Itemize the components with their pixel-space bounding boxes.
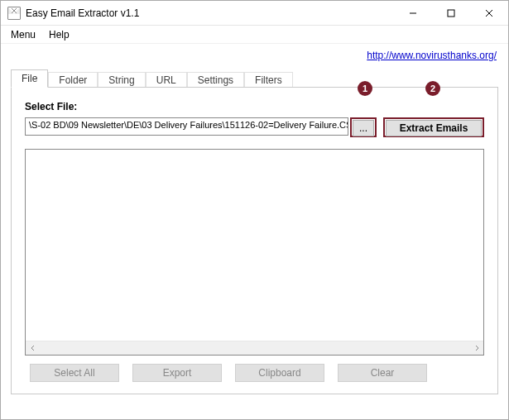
minimize-button[interactable] <box>394 1 432 25</box>
tab-folder[interactable]: Folder <box>48 72 98 88</box>
annotation-highlight-2: Extract Emails <box>383 117 484 137</box>
title-bar: Easy Email Extractor v1.1 <box>1 1 508 26</box>
select-all-button[interactable]: Select All <box>30 364 119 382</box>
clear-button[interactable]: Clear <box>338 364 427 382</box>
tab-control: File Folder String URL Settings Filters … <box>11 67 498 394</box>
extract-emails-button[interactable]: Extract Emails <box>386 120 482 136</box>
tab-url[interactable]: URL <box>146 72 187 88</box>
tab-settings[interactable]: Settings <box>187 72 244 88</box>
annotation-badge-1: 1 <box>358 81 372 96</box>
window-buttons <box>394 1 508 25</box>
menu-item-help[interactable]: Help <box>44 27 74 42</box>
menu-item-menu[interactable]: Menu <box>6 27 41 42</box>
tab-string[interactable]: String <box>98 72 145 88</box>
envelope-icon <box>7 7 21 20</box>
maximize-button[interactable] <box>432 1 470 25</box>
browse-button[interactable]: ... <box>353 120 374 136</box>
horizontal-scrollbar[interactable] <box>26 341 483 355</box>
svg-rect-1 <box>448 10 454 17</box>
tab-file[interactable]: File <box>11 69 48 88</box>
menu-bar: Menu Help <box>1 26 508 44</box>
file-path-input[interactable]: \S-02 BD\09 Newsletter\DE\03 Delivery Fa… <box>25 117 348 136</box>
export-button[interactable]: Export <box>132 364 222 382</box>
scroll-right-arrow-icon[interactable] <box>469 341 483 356</box>
website-link[interactable]: http://www.novirusthanks.org/ <box>367 50 497 61</box>
results-listbox[interactable] <box>25 149 484 356</box>
app-window: Easy Email Extractor v1.1 Menu Help http… <box>0 0 509 420</box>
close-button[interactable] <box>470 1 508 25</box>
clipboard-button[interactable]: Clipboard <box>235 364 324 382</box>
action-button-row: Select All Export Clipboard Clear <box>25 364 484 382</box>
window-title: Easy Email Extractor v1.1 <box>26 7 394 19</box>
select-file-label: Select File: <box>25 101 484 112</box>
scroll-left-arrow-icon[interactable] <box>26 341 40 356</box>
link-row: http://www.novirusthanks.org/ <box>1 44 508 67</box>
annotation-highlight-1: ... <box>350 117 377 137</box>
tab-filters[interactable]: Filters <box>244 72 293 88</box>
annotation-badge-2: 2 <box>425 81 440 96</box>
tab-panel-file: 1 2 Select File: \S-02 BD\09 Newsletter\… <box>11 87 498 394</box>
tab-strip: File Folder String URL Settings Filters <box>11 67 498 87</box>
file-row: \S-02 BD\09 Newsletter\DE\03 Delivery Fa… <box>25 117 484 137</box>
